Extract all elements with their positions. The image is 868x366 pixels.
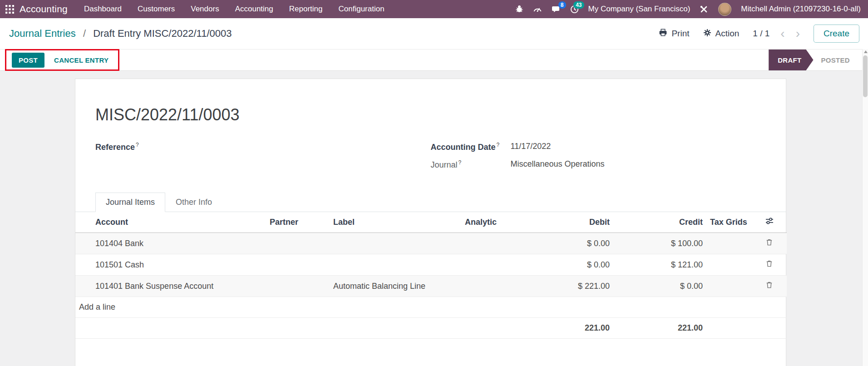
col-account[interactable]: Account xyxy=(75,212,266,233)
gear-icon xyxy=(703,29,711,39)
journal-label: Journal? xyxy=(431,159,511,170)
cell-credit: $ 121.00 xyxy=(613,254,706,276)
pager-next-icon[interactable]: › xyxy=(796,29,800,38)
vertical-scrollbar[interactable] xyxy=(862,49,868,366)
menu-reporting[interactable]: Reporting xyxy=(289,5,323,14)
main-menu: Dashboard Customers Vendors Accounting R… xyxy=(84,5,385,14)
gauge-icon[interactable] xyxy=(533,5,542,13)
content-area: MISC/2022/11/0003 Reference? Accounting … xyxy=(0,71,868,366)
table-row[interactable]: 101404 Bank $ 0.00 $ 100.00 xyxy=(75,233,787,254)
col-credit[interactable]: Credit xyxy=(613,212,706,233)
menu-vendors[interactable]: Vendors xyxy=(191,5,219,14)
col-debit[interactable]: Debit xyxy=(557,212,613,233)
menu-accounting[interactable]: Accounting xyxy=(235,5,273,14)
entry-title[interactable]: MISC/2022/11/0003 xyxy=(95,79,766,124)
total-credit: 221.00 xyxy=(613,318,706,339)
cell-partner xyxy=(266,254,330,276)
optional-columns-button[interactable] xyxy=(752,212,787,233)
cell-partner xyxy=(266,233,330,254)
scrollbar-thumb[interactable] xyxy=(863,55,868,97)
tab-journal-items[interactable]: Journal Items xyxy=(95,193,165,212)
col-analytic[interactable]: Analytic xyxy=(461,212,557,233)
breadcrumb: Journal Entries / Draft Entry MISC/2022/… xyxy=(9,28,232,40)
apps-grid-icon[interactable] xyxy=(5,5,14,14)
col-tax-grids[interactable]: Tax Grids xyxy=(706,212,752,233)
messages-icon[interactable]: 8 xyxy=(552,5,561,13)
accounting-date-label: Accounting Date? xyxy=(431,142,511,152)
company-switcher[interactable]: My Company (San Francisco) xyxy=(588,5,690,14)
cell-analytic xyxy=(461,254,557,276)
cell-tax-grids xyxy=(706,276,752,297)
help-marker: ? xyxy=(497,142,500,148)
table-row[interactable]: 101401 Bank Suspense Account Automatic B… xyxy=(75,276,787,297)
menu-dashboard[interactable]: Dashboard xyxy=(84,5,122,14)
menu-configuration[interactable]: Configuration xyxy=(339,5,385,14)
table-row[interactable]: 101501 Cash $ 0.00 $ 121.00 xyxy=(75,254,787,276)
control-panel: Journal Entries / Draft Entry MISC/2022/… xyxy=(0,18,868,49)
journal-value[interactable]: Miscellaneous Operations xyxy=(511,159,766,169)
status-draft[interactable]: DRAFT xyxy=(769,49,813,70)
activities-badge: 43 xyxy=(573,1,584,9)
reference-label: Reference? xyxy=(95,143,139,152)
delete-row-icon[interactable] xyxy=(765,260,773,267)
tools-icon[interactable] xyxy=(700,5,709,13)
table-header-row: Account Partner Label Analytic Debit Cre… xyxy=(75,212,787,233)
print-button[interactable]: Print xyxy=(659,28,689,39)
tab-other-info[interactable]: Other Info xyxy=(165,193,222,212)
messages-badge: 8 xyxy=(558,1,566,9)
cell-label xyxy=(330,254,461,276)
post-button[interactable]: POST xyxy=(12,53,44,68)
cell-account: 101401 Bank Suspense Account xyxy=(75,276,266,297)
create-button[interactable]: Create xyxy=(814,25,859,43)
col-partner[interactable]: Partner xyxy=(266,212,330,233)
cell-label: Automatic Balancing Line xyxy=(330,276,461,297)
totals-row: 221.00 221.00 xyxy=(75,318,787,339)
cell-tax-grids xyxy=(706,254,752,276)
cell-credit: $ 100.00 xyxy=(613,233,706,254)
menu-customers[interactable]: Customers xyxy=(138,5,175,14)
printer-icon xyxy=(659,28,667,39)
add-a-line-link[interactable]: Add a line xyxy=(75,297,787,318)
app-name[interactable]: Accounting xyxy=(20,4,68,15)
cell-debit: $ 0.00 xyxy=(557,233,613,254)
cell-credit: $ 0.00 xyxy=(613,276,706,297)
avatar[interactable] xyxy=(718,3,731,16)
activities-clock-icon[interactable]: 43 xyxy=(570,5,579,14)
cell-account: 101404 Bank xyxy=(75,233,266,254)
cell-debit: $ 221.00 xyxy=(557,276,613,297)
status-widget: DRAFT POSTED xyxy=(769,49,862,70)
journal-items-table: Account Partner Label Analytic Debit Cre… xyxy=(75,212,787,339)
cell-tax-grids xyxy=(706,233,752,254)
cell-analytic xyxy=(461,276,557,297)
top-navbar: Accounting Dashboard Customers Vendors A… xyxy=(0,0,868,18)
delete-row-icon[interactable] xyxy=(765,281,773,289)
col-label[interactable]: Label xyxy=(330,212,461,233)
breadcrumb-journal-entries[interactable]: Journal Entries xyxy=(9,28,76,39)
total-debit: 221.00 xyxy=(557,318,613,339)
print-label: Print xyxy=(671,29,689,39)
pager-value: 1 / 1 xyxy=(753,29,769,39)
delete-row-icon[interactable] xyxy=(765,238,773,246)
cell-analytic xyxy=(461,233,557,254)
breadcrumb-separator: / xyxy=(83,28,86,39)
form-sheet: MISC/2022/11/0003 Reference? Accounting … xyxy=(75,79,786,366)
status-posted[interactable]: POSTED xyxy=(814,56,862,64)
cell-label xyxy=(330,233,461,254)
breadcrumb-current: Draft Entry MISC/2022/11/0003 xyxy=(93,28,232,39)
action-button[interactable]: Action xyxy=(703,29,740,39)
bug-icon[interactable] xyxy=(515,5,523,13)
help-marker: ? xyxy=(136,142,139,148)
cell-account: 101501 Cash xyxy=(75,254,266,276)
notebook-tabs: Journal Items Other Info xyxy=(75,193,786,212)
pager-prev-icon[interactable]: ‹ xyxy=(780,29,784,38)
cell-debit: $ 0.00 xyxy=(557,254,613,276)
action-label: Action xyxy=(715,29,740,39)
help-marker: ? xyxy=(459,159,462,166)
cancel-entry-button[interactable]: CANCEL ENTRY xyxy=(54,56,108,64)
cell-partner xyxy=(266,276,330,297)
pager: 1 / 1 ‹ › xyxy=(753,29,800,39)
user-menu[interactable]: Mitchell Admin (21097230-16-0-all) xyxy=(741,5,861,14)
statusbar: POST CANCEL ENTRY DRAFT POSTED xyxy=(0,49,868,71)
scroll-up-arrow[interactable] xyxy=(864,50,868,53)
accounting-date-value[interactable]: 11/17/2022 xyxy=(511,142,766,151)
